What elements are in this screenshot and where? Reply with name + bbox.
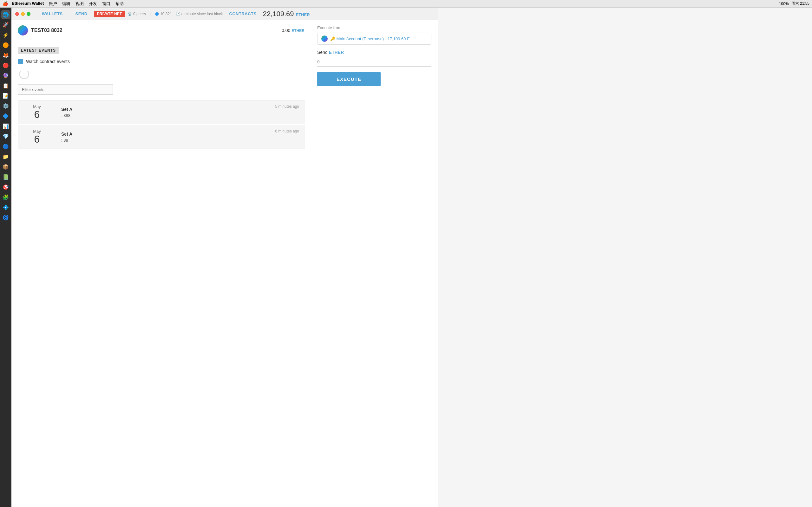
sidebar: 🌐 🚀 ⚡ 🟠 🦊 🔴 🔮 📋 📝 ⚙️ 🔷 📊 💎 🔵 📁 📦 📗 🎯 🧩 💠…: [0, 8, 11, 507]
sidebar-icon-8[interactable]: 📝: [1, 91, 10, 100]
last-block-status: 🕐 a minute since last block: [176, 12, 223, 16]
block-number: 10,821: [160, 12, 172, 16]
watch-checkbox[interactable]: [18, 59, 23, 64]
sidebar-icon-12[interactable]: 💎: [1, 132, 10, 141]
sidebar-icon-2[interactable]: ⚡: [1, 31, 10, 39]
send-text: Send: [317, 50, 328, 55]
account-select[interactable]: 🔑 Main Account (Etherbase) - 17,109.69 E: [317, 33, 432, 45]
sidebar-icon-17[interactable]: 🎯: [1, 182, 10, 191]
event-time-1: 5 minutes ago: [270, 101, 304, 124]
maximize-button[interactable]: [27, 12, 31, 16]
block-icon: 🔷: [154, 12, 159, 16]
event-day-2: 6: [34, 134, 40, 145]
ether-balance: 22,109.69 ETHER: [263, 10, 310, 18]
menu-view[interactable]: 视图: [75, 1, 84, 7]
event-row-2[interactable]: May 6 Set A : 88 6 minutes ago: [18, 125, 305, 149]
sidebar-icon-3[interactable]: 🟠: [1, 41, 10, 49]
event-time-2: 6 minutes ago: [270, 125, 304, 149]
private-net-badge: PRIVATE-NET: [94, 11, 125, 17]
menu-bar: 🍎 Ethereum Wallet 账户 编辑 视图 开发 窗口 帮助 100%…: [0, 0, 438, 8]
menu-items: Ethereum Wallet 账户 编辑 视图 开发 窗口 帮助: [12, 1, 438, 7]
event-month-2: May: [33, 129, 41, 134]
events-header: LATEST EVENTS: [18, 47, 59, 54]
send-ether-label: Send ETHER: [317, 50, 432, 55]
event-content-1: Set A : 888: [56, 101, 270, 124]
right-panel: Execute from 🔑 Main Account (Etherbase) …: [311, 25, 432, 502]
contract-balance-amount: 0.00: [282, 28, 290, 33]
event-value-2: : 88: [61, 138, 265, 143]
sidebar-icon-20[interactable]: 🌀: [1, 213, 10, 222]
wallets-tab[interactable]: WALLETS: [36, 8, 69, 20]
filter-events-input[interactable]: [18, 84, 113, 95]
menu-dev[interactable]: 开发: [89, 1, 97, 7]
sidebar-icon-4[interactable]: 🦊: [1, 51, 10, 60]
sidebar-icon-10[interactable]: 🔷: [1, 112, 10, 120]
contract-balance: 0.00 ETHER: [282, 28, 305, 33]
event-value-1: : 888: [61, 113, 265, 118]
send-tab[interactable]: SEND: [69, 8, 94, 20]
watch-label: Watch contract events: [26, 59, 70, 64]
sidebar-icon-15[interactable]: 📦: [1, 162, 10, 171]
traffic-lights: [15, 12, 31, 16]
sidebar-icon-16[interactable]: 📗: [1, 172, 10, 181]
close-button[interactable]: [15, 12, 19, 16]
peers-label: 0 peers: [133, 12, 146, 16]
nav-tabs: WALLETS SEND PRIVATE-NET 📡 0 peers | 🔷 1…: [36, 8, 310, 20]
events-section: LATEST EVENTS Watch contract events May …: [18, 47, 305, 149]
loading-spinner: [19, 69, 29, 79]
event-name-1: Set A: [61, 107, 265, 112]
sidebar-icon-9[interactable]: ⚙️: [1, 101, 10, 110]
ether-currency-label: ETHER: [329, 50, 344, 55]
ether-amount-input[interactable]: [317, 57, 432, 67]
last-block-label: a minute since last block: [182, 12, 223, 16]
watch-events-row[interactable]: Watch contract events: [18, 59, 305, 64]
execute-from-label: Execute from: [317, 25, 432, 30]
minimize-button[interactable]: [21, 12, 25, 16]
apple-logo[interactable]: 🍎: [3, 1, 8, 6]
menu-help[interactable]: 帮助: [115, 1, 124, 7]
event-content-2: Set A : 88: [56, 125, 270, 149]
event-date-2: May 6: [18, 125, 56, 149]
execute-button[interactable]: EXECUTE: [317, 72, 380, 86]
menu-edit[interactable]: 编辑: [62, 1, 70, 7]
title-bar: WALLETS SEND PRIVATE-NET 📡 0 peers | 🔷 1…: [11, 8, 438, 20]
sidebar-icon-0[interactable]: 🌐: [1, 10, 10, 19]
sidebar-icon-14[interactable]: 📁: [1, 152, 10, 161]
sidebar-icon-6[interactable]: 🔮: [1, 71, 10, 80]
event-day-1: 6: [34, 109, 40, 120]
account-name: 🔑 Main Account (Etherbase) - 17,109.69 E: [330, 37, 410, 41]
sidebar-icon-5[interactable]: 🔴: [1, 61, 10, 70]
balance-amount: 22,109.69: [263, 10, 294, 18]
balance-unit: ETHER: [296, 12, 310, 17]
main-content: TEST03 8032 0.00 ETHER LATEST EVENTS Wat…: [11, 20, 438, 507]
app-window: WALLETS SEND PRIVATE-NET 📡 0 peers | 🔷 1…: [11, 8, 438, 507]
status-bar: 📡 0 peers | 🔷 10,821 🕐 a minute since la…: [128, 12, 223, 16]
contract-header: TEST03 8032 0.00 ETHER: [18, 25, 305, 39]
left-panel: TEST03 8032 0.00 ETHER LATEST EVENTS Wat…: [18, 25, 305, 502]
event-row-1[interactable]: May 6 Set A : 888 5 minutes ago: [18, 100, 305, 124]
sidebar-icon-19[interactable]: 💠: [1, 203, 10, 212]
clock-icon: 🕐: [176, 12, 181, 16]
contract-balance-unit: ETHER: [292, 29, 305, 33]
event-name-2: Set A: [61, 131, 265, 136]
event-date-1: May 6: [18, 101, 56, 124]
sidebar-icon-18[interactable]: 🧩: [1, 193, 10, 202]
contract-icon: [18, 25, 28, 36]
sidebar-icon-11[interactable]: 📊: [1, 122, 10, 130]
sidebar-icon-7[interactable]: 📋: [1, 81, 10, 90]
contract-name: TEST03 8032: [31, 27, 62, 33]
contracts-tab[interactable]: CONTRACTS: [223, 8, 263, 20]
sidebar-icon-1[interactable]: 🚀: [1, 20, 10, 29]
sidebar-icon-13[interactable]: 🔵: [1, 142, 10, 151]
signal-icon: 📡: [128, 12, 132, 16]
app-name[interactable]: Ethereum Wallet: [12, 1, 44, 7]
menu-accounts[interactable]: 账户: [49, 1, 57, 7]
block-status: 🔷 10,821: [154, 12, 172, 16]
account-select-icon: [321, 36, 328, 42]
event-month-1: May: [33, 104, 41, 109]
menu-window[interactable]: 窗口: [102, 1, 110, 7]
peers-status: 📡 0 peers: [128, 12, 146, 16]
